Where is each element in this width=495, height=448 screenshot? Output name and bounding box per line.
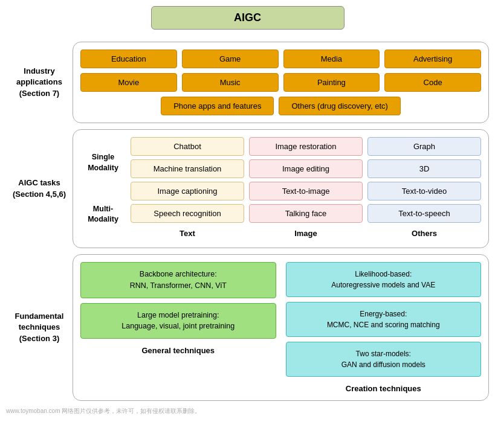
image-column: Image restoration Image editing Text-to-… [249, 137, 363, 240]
modality-labels: Single Modality Multi- Modality [80, 137, 126, 240]
fundamental-content: Backbone architecture: RNN, Transformer,… [73, 254, 489, 401]
task-image-captioning: Image captioning [131, 182, 244, 200]
industry-painting: Painting [283, 73, 380, 92]
two-star-models: Two star-models: GAN and diffusion model… [286, 342, 482, 377]
industry-media: Media [283, 50, 380, 68]
task-machine-translation: Machine translation [131, 159, 244, 178]
watermark: www.toymoban.com 网络图片仅供参考，未许可，如有侵权请联系删除。 [6, 407, 489, 415]
industry-phone: Phone apps and features [161, 97, 274, 115]
text-header: Text [131, 226, 244, 240]
tasks-inner: Single Modality Multi- Modality Chatbot … [80, 137, 481, 240]
aigc-title: AIGC [151, 6, 345, 30]
general-techniques-col: Backbone architecture: RNN, Transformer,… [80, 262, 276, 393]
tasks-label: AIGC tasks (Section 4,5,6) [6, 129, 73, 248]
industry-movie: Movie [80, 73, 177, 92]
industry-education: Education [80, 50, 177, 68]
task-text-to-image: Text-to-image [249, 182, 363, 200]
image-header: Image [249, 226, 363, 240]
task-image-editing: Image editing [249, 159, 363, 178]
task-image-restoration: Image restoration [249, 137, 363, 156]
industry-section: Industry applications (Section 7) Educat… [6, 42, 489, 123]
industry-music: Music [182, 73, 279, 92]
large-model-pretraining: Large model pretraining: Language, visua… [80, 303, 276, 339]
task-speech-recognition: Speech recognition [131, 204, 244, 223]
fundamental-section: Fundamental techniques (Section 3) Backb… [6, 254, 489, 401]
general-techniques-header: General techniques [80, 346, 276, 355]
industry-others: Others (drug discovery, etc) [279, 97, 400, 115]
creation-techniques-col: Likelihood-based: Autoregressive models … [286, 262, 482, 393]
industry-advertising: Advertising [384, 50, 481, 68]
multi-modality-label: Multi- Modality [80, 198, 126, 231]
industry-game: Game [182, 50, 279, 68]
creation-techniques-header: Creation techniques [286, 384, 482, 393]
others-column: Graph 3D Text-to-video Text-to-speech Ot… [367, 137, 481, 240]
task-talking-face: Talking face [249, 204, 363, 223]
fundamental-label: Fundamental techniques (Section 3) [6, 254, 73, 401]
others-header: Others [367, 226, 481, 240]
fundamental-inner: Backbone architecture: RNN, Transformer,… [80, 262, 481, 393]
industry-row2: Movie Music Painting Code [80, 73, 481, 92]
task-3d: 3D [367, 159, 481, 178]
tasks-content: Single Modality Multi- Modality Chatbot … [73, 129, 489, 248]
tasks-section: AIGC tasks (Section 4,5,6) Single Modali… [6, 129, 489, 248]
single-modality-label: Single Modality [80, 146, 126, 179]
task-text-to-speech: Text-to-speech [367, 204, 481, 223]
industry-content: Education Game Media Advertising Movie M… [73, 42, 489, 123]
industry-code: Code [384, 73, 481, 92]
industry-row1: Education Game Media Advertising [80, 50, 481, 68]
task-chatbot: Chatbot [131, 137, 244, 156]
likelihood-based: Likelihood-based: Autoregressive models … [286, 262, 482, 297]
industry-row3: Phone apps and features Others (drug dis… [80, 97, 481, 115]
text-column: Chatbot Machine translation Image captio… [131, 137, 244, 240]
backbone-architecture: Backbone architecture: RNN, Transformer,… [80, 262, 276, 298]
task-graph: Graph [367, 137, 481, 156]
task-text-to-video: Text-to-video [367, 182, 481, 200]
energy-based: Energy-based: MCMC, NCE and scoring matc… [286, 302, 482, 337]
industry-label: Industry applications (Section 7) [6, 42, 73, 123]
